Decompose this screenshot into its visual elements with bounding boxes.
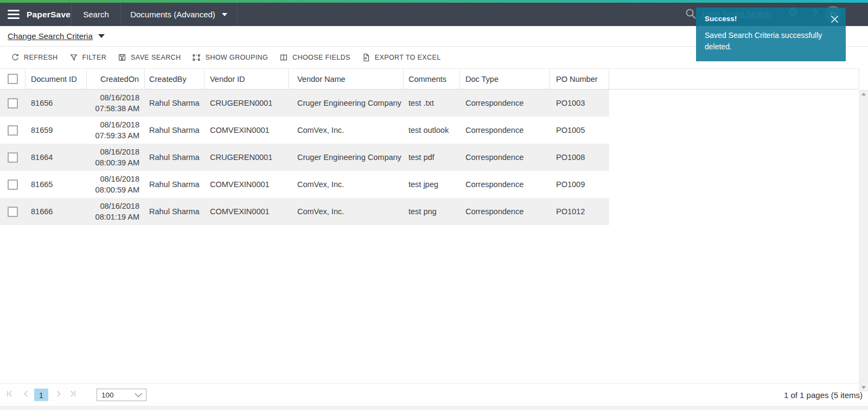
created-time: 08:00:59 AM <box>95 184 139 195</box>
cell-created-by: Rahul Sharma <box>145 171 205 198</box>
select-all-checkbox[interactable] <box>8 74 18 84</box>
export-to-excel-button[interactable]: EXPORT TO EXCEL <box>362 53 441 62</box>
table-row[interactable]: 81664 08/16/2018 08:00:39 AM Rahul Sharm… <box>0 144 609 171</box>
column-header-created-on[interactable]: CreatedOn <box>87 69 145 89</box>
cell-vendor-name: Cruger Engineering Company <box>289 89 404 117</box>
cell-created-on: 08/16/2018 08:01:19 AM <box>87 198 145 225</box>
cell-vendor-id: COMVEXIN0001 <box>205 117 289 144</box>
cell-po-number: PO1008 <box>550 144 609 171</box>
cell-doc-type: Correspondence <box>460 89 550 117</box>
cell-doc-type: Correspondence <box>460 144 550 171</box>
export-excel-icon <box>362 53 371 62</box>
row-checkbox[interactable] <box>8 98 18 108</box>
filter-button[interactable]: FILTER <box>69 53 107 62</box>
refresh-button[interactable]: REFRESH <box>11 53 58 62</box>
export-to-excel-label: EXPORT TO EXCEL <box>375 54 441 61</box>
created-date: 08/16/2018 <box>100 92 139 103</box>
change-search-criteria-link[interactable]: Change Search Criteria <box>8 31 93 41</box>
cell-po-number: PO1005 <box>550 117 609 144</box>
column-header-comments[interactable]: Comments <box>404 69 460 89</box>
row-checkbox[interactable] <box>8 152 18 163</box>
show-grouping-button[interactable]: SHOW GROUPING <box>192 53 268 62</box>
toast-title: Success! <box>705 15 837 23</box>
table-row[interactable]: 81666 08/16/2018 08:01:19 AM Rahul Sharm… <box>0 198 609 225</box>
table-row[interactable]: 81659 08/16/2018 07:59:33 AM Rahul Sharm… <box>0 117 609 144</box>
cell-created-by: Rahul Sharma <box>145 117 205 144</box>
table-row[interactable]: 81656 08/16/2018 07:58:38 AM Rahul Sharm… <box>0 89 609 117</box>
first-page-button[interactable] <box>5 390 14 400</box>
save-search-label: SAVE SEARCH <box>131 54 181 61</box>
cell-created-on: 08/16/2018 08:00:39 AM <box>87 144 145 171</box>
page-size-select[interactable]: 100 <box>97 389 146 401</box>
tab-search[interactable]: Search <box>72 3 121 26</box>
column-header-document-id[interactable]: Document ID <box>25 69 87 89</box>
cell-vendor-name: Cruger Engineering Company <box>289 144 404 171</box>
row-checkbox[interactable] <box>8 125 18 136</box>
tab-documents-advanced[interactable]: Documents (Advanced) <box>121 3 237 26</box>
column-header-doc-type[interactable]: Doc Type <box>460 69 550 89</box>
created-date: 08/16/2018 <box>100 119 139 130</box>
scroll-up-arrow-icon[interactable] <box>861 93 866 95</box>
refresh-label: REFRESH <box>24 54 58 61</box>
column-header-vendor-id[interactable]: Vendor ID <box>205 69 289 89</box>
show-grouping-icon <box>192 53 201 62</box>
choose-fields-button[interactable]: CHOOSE FIELDS <box>279 53 350 62</box>
last-page-button[interactable] <box>69 390 77 400</box>
cell-created-by: Rahul Sharma <box>145 144 205 171</box>
scrollbar-divider <box>859 68 859 89</box>
column-header-created-by[interactable]: CreatedBy <box>145 69 205 89</box>
scroll-down-arrow-icon[interactable] <box>861 386 866 389</box>
cell-vendor-name: ComVex, Inc. <box>289 198 404 225</box>
created-date: 08/16/2018 <box>100 146 139 157</box>
created-time: 08:01:19 AM <box>95 212 139 222</box>
choose-fields-icon <box>279 53 288 62</box>
cell-created-by: Rahul Sharma <box>145 89 205 117</box>
cell-created-on: 08/16/2018 07:59:33 AM <box>87 117 145 144</box>
chevron-down-icon <box>135 393 142 397</box>
grid-header-filler <box>609 69 859 89</box>
close-icon[interactable] <box>830 15 839 24</box>
row-checkbox-cell <box>0 117 25 144</box>
refresh-icon <box>11 53 20 62</box>
row-checkbox-cell <box>0 89 25 117</box>
created-time: 08:00:39 AM <box>95 157 139 168</box>
cell-comments: test png <box>404 198 460 225</box>
cell-vendor-id: COMVEXIN0001 <box>205 171 289 198</box>
page-size-value: 100 <box>97 391 135 399</box>
horizontal-scrollbar-track[interactable] <box>0 406 868 410</box>
row-checkbox[interactable] <box>8 180 18 190</box>
cell-po-number: PO1003 <box>550 89 609 117</box>
row-checkbox[interactable] <box>8 207 18 217</box>
cell-comments: test jpeg <box>404 171 460 198</box>
cell-document-id: 81665 <box>25 171 87 198</box>
pagination-bar: 1 100 1 of 1 pages (5 items) <box>0 383 868 406</box>
previous-page-button[interactable] <box>22 390 30 400</box>
chevron-down-icon <box>222 13 227 16</box>
show-grouping-label: SHOW GROUPING <box>205 54 268 61</box>
cell-vendor-id: COMVEXIN0001 <box>205 198 289 225</box>
row-checkbox-cell <box>0 198 25 225</box>
menu-icon[interactable] <box>8 10 20 19</box>
table-row[interactable]: 81665 08/16/2018 08:00:59 AM Rahul Sharm… <box>0 171 609 198</box>
current-page-button[interactable]: 1 <box>34 389 48 401</box>
app-brand: PaperSave <box>27 10 71 20</box>
filter-icon <box>69 53 78 62</box>
column-header-po-number[interactable]: PO Number <box>550 69 609 89</box>
column-header-vendor-name[interactable]: Vendor Name <box>289 69 404 89</box>
toast-message: Saved Search Criteria successfully delet… <box>705 30 836 53</box>
toast-notification: Success! Saved Search Criteria successfu… <box>696 8 846 61</box>
cell-vendor-name: ComVex, Inc. <box>289 117 404 144</box>
select-all-cell <box>0 69 25 89</box>
row-checkbox-cell <box>0 171 25 198</box>
chevron-down-icon[interactable] <box>98 34 105 38</box>
vertical-scrollbar[interactable] <box>859 89 868 392</box>
pagination-summary: 1 of 1 pages (5 items) <box>784 390 863 400</box>
save-search-button[interactable]: SAVE SEARCH <box>118 53 181 62</box>
cell-comments: test outlook <box>404 117 460 144</box>
cell-document-id: 81666 <box>25 198 87 225</box>
cell-po-number: PO1009 <box>550 171 609 198</box>
created-time: 07:59:33 AM <box>95 130 139 141</box>
created-time: 07:58:38 AM <box>95 103 139 114</box>
next-page-button[interactable] <box>55 390 63 400</box>
created-date: 08/16/2018 <box>100 201 139 212</box>
